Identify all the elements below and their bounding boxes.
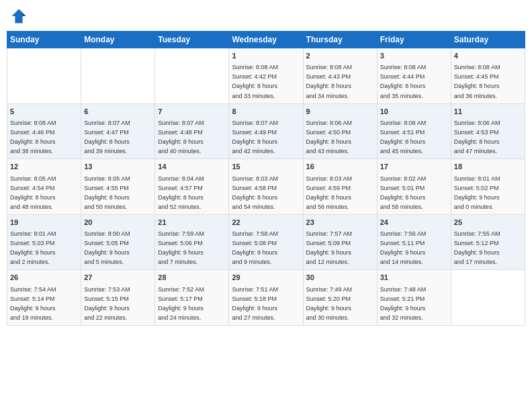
week-row-3: 12Sunrise: 8:05 AM Sunset: 4:54 PM Dayli… [7, 159, 525, 215]
calendar-cell: 17Sunrise: 8:02 AM Sunset: 5:01 PM Dayli… [377, 159, 451, 215]
day-info: Sunrise: 7:52 AM Sunset: 5:17 PM Dayligh… [158, 286, 204, 321]
calendar-cell: 19Sunrise: 8:01 AM Sunset: 5:03 PM Dayli… [7, 214, 81, 270]
day-number: 30 [306, 273, 374, 283]
day-number: 14 [158, 162, 226, 172]
week-row-4: 19Sunrise: 8:01 AM Sunset: 5:03 PM Dayli… [7, 214, 525, 270]
day-info: Sunrise: 8:03 AM Sunset: 4:59 PM Dayligh… [306, 175, 353, 210]
day-number: 13 [84, 162, 152, 172]
page: SundayMondayTuesdayWednesdayThursdayFrid… [0, 0, 532, 411]
day-number: 23 [306, 218, 374, 228]
calendar-cell: 29Sunrise: 7:51 AM Sunset: 5:18 PM Dayli… [229, 270, 303, 326]
day-info: Sunrise: 7:54 AM Sunset: 5:14 PM Dayligh… [10, 286, 56, 321]
day-info: Sunrise: 7:53 AM Sunset: 5:15 PM Dayligh… [84, 286, 130, 321]
calendar-cell: 2Sunrise: 8:08 AM Sunset: 4:43 PM Daylig… [303, 48, 377, 104]
day-info: Sunrise: 8:05 AM Sunset: 4:54 PM Dayligh… [10, 175, 56, 210]
day-number: 4 [454, 51, 522, 61]
calendar-cell: 4Sunrise: 8:08 AM Sunset: 4:45 PM Daylig… [451, 48, 525, 104]
day-header-monday: Monday [81, 32, 155, 48]
calendar-cell: 15Sunrise: 8:03 AM Sunset: 4:58 PM Dayli… [229, 159, 303, 215]
day-info: Sunrise: 8:08 AM Sunset: 4:46 PM Dayligh… [10, 120, 56, 154]
day-number: 18 [454, 162, 522, 172]
calendar-cell: 31Sunrise: 7:48 AM Sunset: 5:21 PM Dayli… [377, 270, 451, 326]
day-number: 3 [380, 51, 448, 61]
week-row-2: 5Sunrise: 8:08 AM Sunset: 4:46 PM Daylig… [7, 103, 525, 159]
day-number: 11 [454, 107, 522, 117]
day-info: Sunrise: 8:06 AM Sunset: 4:51 PM Dayligh… [380, 120, 427, 154]
day-info: Sunrise: 8:07 AM Sunset: 4:49 PM Dayligh… [232, 120, 278, 154]
calendar-cell: 5Sunrise: 8:08 AM Sunset: 4:46 PM Daylig… [7, 103, 81, 159]
day-header-friday: Friday [377, 32, 451, 48]
day-number: 28 [158, 273, 226, 283]
calendar-cell: 28Sunrise: 7:52 AM Sunset: 5:17 PM Dayli… [155, 270, 229, 326]
day-number: 17 [380, 162, 448, 172]
day-number: 5 [10, 107, 78, 117]
calendar-cell: 11Sunrise: 8:06 AM Sunset: 4:53 PM Dayli… [451, 103, 525, 159]
calendar-cell [155, 48, 229, 104]
calendar-cell: 21Sunrise: 7:59 AM Sunset: 5:06 PM Dayli… [155, 214, 229, 270]
calendar-cell: 8Sunrise: 8:07 AM Sunset: 4:49 PM Daylig… [229, 103, 303, 159]
calendar-cell: 30Sunrise: 7:49 AM Sunset: 5:20 PM Dayli… [303, 270, 377, 326]
day-info: Sunrise: 8:07 AM Sunset: 4:48 PM Dayligh… [158, 120, 204, 154]
days-row: SundayMondayTuesdayWednesdayThursdayFrid… [7, 32, 525, 48]
day-number: 7 [158, 107, 226, 117]
calendar-cell: 1Sunrise: 8:08 AM Sunset: 4:42 PM Daylig… [229, 48, 303, 104]
calendar-cell: 7Sunrise: 8:07 AM Sunset: 4:48 PM Daylig… [155, 103, 229, 159]
day-number: 16 [306, 162, 374, 172]
day-info: Sunrise: 8:08 AM Sunset: 4:44 PM Dayligh… [380, 64, 427, 99]
day-info: Sunrise: 8:02 AM Sunset: 5:01 PM Dayligh… [380, 175, 427, 210]
day-header-thursday: Thursday [303, 32, 377, 48]
day-number: 21 [158, 218, 226, 228]
calendar-body: 1Sunrise: 8:08 AM Sunset: 4:42 PM Daylig… [7, 48, 525, 326]
calendar-cell: 12Sunrise: 8:05 AM Sunset: 4:54 PM Dayli… [7, 159, 81, 215]
day-info: Sunrise: 7:58 AM Sunset: 5:08 PM Dayligh… [232, 230, 278, 265]
day-header-sunday: Sunday [7, 32, 81, 48]
day-number: 10 [380, 107, 448, 117]
day-info: Sunrise: 8:06 AM Sunset: 4:53 PM Dayligh… [454, 120, 500, 154]
day-info: Sunrise: 7:49 AM Sunset: 5:20 PM Dayligh… [306, 286, 353, 321]
day-number: 31 [380, 273, 448, 283]
calendar-cell: 18Sunrise: 8:01 AM Sunset: 5:02 PM Dayli… [451, 159, 525, 215]
day-number: 19 [10, 218, 78, 228]
day-info: Sunrise: 8:07 AM Sunset: 4:47 PM Dayligh… [84, 120, 130, 154]
day-number: 1 [232, 51, 300, 61]
day-number: 8 [232, 107, 300, 117]
day-info: Sunrise: 7:48 AM Sunset: 5:21 PM Dayligh… [380, 286, 427, 321]
day-info: Sunrise: 8:05 AM Sunset: 4:55 PM Dayligh… [84, 175, 130, 210]
calendar-header: SundayMondayTuesdayWednesdayThursdayFrid… [7, 32, 525, 48]
day-info: Sunrise: 7:59 AM Sunset: 5:06 PM Dayligh… [158, 230, 204, 265]
calendar-cell [451, 270, 525, 326]
day-number: 15 [232, 162, 300, 172]
logo [9, 7, 31, 26]
calendar-cell: 10Sunrise: 8:06 AM Sunset: 4:51 PM Dayli… [377, 103, 451, 159]
day-info: Sunrise: 8:08 AM Sunset: 4:42 PM Dayligh… [232, 64, 278, 99]
day-info: Sunrise: 7:51 AM Sunset: 5:18 PM Dayligh… [232, 286, 278, 321]
day-number: 12 [10, 162, 78, 172]
header [7, 7, 525, 26]
calendar-cell: 13Sunrise: 8:05 AM Sunset: 4:55 PM Dayli… [81, 159, 155, 215]
day-info: Sunrise: 7:57 AM Sunset: 5:09 PM Dayligh… [306, 230, 353, 265]
day-info: Sunrise: 8:01 AM Sunset: 5:02 PM Dayligh… [454, 175, 500, 210]
calendar-cell: 14Sunrise: 8:04 AM Sunset: 4:57 PM Dayli… [155, 159, 229, 215]
day-info: Sunrise: 8:03 AM Sunset: 4:58 PM Dayligh… [232, 175, 278, 210]
calendar-cell: 9Sunrise: 8:06 AM Sunset: 4:50 PM Daylig… [303, 103, 377, 159]
day-number: 22 [232, 218, 300, 228]
logo-icon [9, 7, 28, 26]
day-number: 27 [84, 273, 152, 283]
day-info: Sunrise: 8:06 AM Sunset: 4:50 PM Dayligh… [306, 120, 353, 154]
day-info: Sunrise: 8:08 AM Sunset: 4:43 PM Dayligh… [306, 64, 353, 99]
week-row-5: 26Sunrise: 7:54 AM Sunset: 5:14 PM Dayli… [7, 270, 525, 326]
calendar-cell: 20Sunrise: 8:00 AM Sunset: 5:05 PM Dayli… [81, 214, 155, 270]
calendar-cell: 6Sunrise: 8:07 AM Sunset: 4:47 PM Daylig… [81, 103, 155, 159]
day-number: 24 [380, 218, 448, 228]
day-number: 2 [306, 51, 374, 61]
day-number: 26 [10, 273, 78, 283]
day-info: Sunrise: 7:55 AM Sunset: 5:12 PM Dayligh… [454, 230, 500, 265]
day-number: 9 [306, 107, 374, 117]
day-number: 20 [84, 218, 152, 228]
day-header-wednesday: Wednesday [229, 32, 303, 48]
day-info: Sunrise: 7:56 AM Sunset: 5:11 PM Dayligh… [380, 230, 427, 265]
day-number: 6 [84, 107, 152, 117]
day-header-tuesday: Tuesday [155, 32, 229, 48]
calendar-cell: 27Sunrise: 7:53 AM Sunset: 5:15 PM Dayli… [81, 270, 155, 326]
day-info: Sunrise: 8:00 AM Sunset: 5:05 PM Dayligh… [84, 230, 130, 265]
